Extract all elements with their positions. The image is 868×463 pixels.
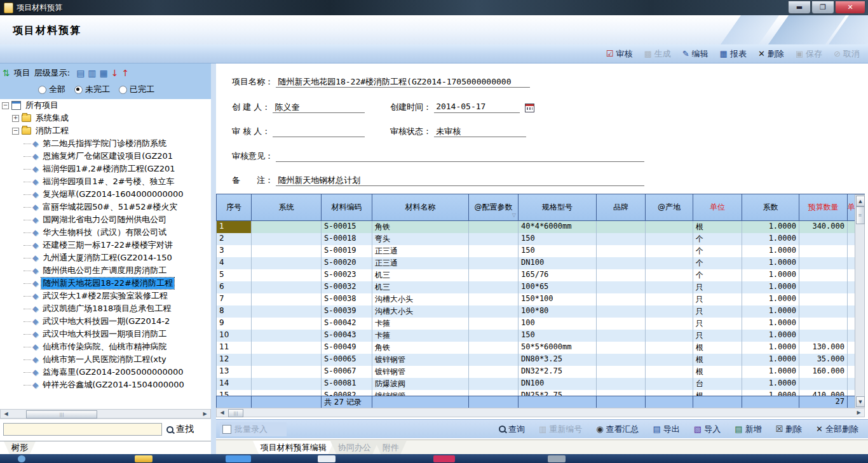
project-item-label[interactable]: 国网湖北省电力公司随州供电公司 (41, 214, 168, 225)
project-item-label[interactable]: 富丽华城花园50#、51#52#楼火灾 (41, 201, 179, 213)
table-row[interactable]: 5S-00023机三165/76个1.0000 (217, 269, 855, 281)
tree-row[interactable]: ◆第二炮兵指挥学院门诊楼消防系统 (0, 137, 211, 150)
table-cell[interactable] (848, 233, 855, 245)
table-cell[interactable]: S-00019 (322, 245, 372, 257)
table-cell[interactable] (252, 354, 322, 366)
table-row[interactable]: 2S-00018弯头150个1.0000 (217, 233, 855, 245)
table-cell[interactable]: 9 (217, 318, 252, 330)
table-cell[interactable]: 7 (217, 293, 252, 305)
table-cell[interactable] (597, 378, 646, 390)
table-row[interactable]: 11S-00049角铁50*5*6000mm根1.0000130.000 (217, 342, 855, 354)
column-header[interactable]: 序号 (217, 194, 252, 221)
table-cell[interactable] (469, 342, 519, 354)
table-cell[interactable]: 35.000 (799, 354, 848, 366)
table-cell[interactable] (469, 390, 519, 396)
table-cell[interactable] (252, 378, 322, 390)
table-cell[interactable]: S-00015 (322, 221, 372, 233)
tree-row[interactable]: ◆恩施复烤厂仓储区建设项目(GZ201 (0, 150, 211, 163)
table-cell[interactable] (799, 305, 848, 318)
table-cell[interactable]: 沟槽大小头 (372, 293, 469, 305)
table-cell[interactable] (469, 293, 519, 305)
scroll-up-icon[interactable]: ▲ (856, 196, 865, 206)
project-item-label[interactable]: 武汉中地大科技园一期项目消防工 (41, 328, 168, 340)
table-cell[interactable]: 根 (693, 366, 742, 378)
project-item-label[interactable]: 武汉中地大科技园一期(GZ2014-2 (41, 316, 171, 327)
project-item-label[interactable]: 武汉华大1#楼2层实验室装修工程 (41, 290, 168, 302)
table-row[interactable]: 7S-00038沟槽大小头150*100只1.0000 (217, 293, 855, 305)
column-header[interactable]: 预算数量 (799, 194, 848, 221)
report-button[interactable]: ▦报表 (714, 47, 752, 61)
table-cell[interactable] (252, 305, 322, 318)
table-row[interactable]: 15S-00082镀锌钢管DN25*2.75根1.0000410.000 (217, 390, 855, 396)
table-cell[interactable] (597, 366, 646, 378)
calendar-icon[interactable] (525, 104, 534, 112)
table-cell[interactable] (646, 390, 693, 396)
detail-view-icon[interactable]: ▦ (100, 69, 108, 77)
scroll-right-icon[interactable]: ▶ (201, 410, 209, 417)
view-summary-button[interactable]: ◉查看汇总 (590, 422, 644, 436)
table-cell[interactable]: 1 (217, 221, 252, 233)
table-cell[interactable]: 14 (217, 378, 252, 390)
table-cell[interactable] (799, 281, 848, 293)
tree-row[interactable]: +系统集成 (0, 112, 211, 124)
project-item-label[interactable]: 钟祥光谷鑫城(GZ2014-1504000000 (41, 379, 186, 391)
project-item-label[interactable]: 第二炮兵指挥学院门诊楼消防系统 (41, 138, 168, 149)
tree-row[interactable]: ◆国网湖北省电力公司随州供电公司 (0, 213, 211, 226)
table-cell[interactable] (469, 269, 519, 281)
collapse-icon[interactable]: − (2, 102, 9, 109)
tree-horizontal-scrollbar[interactable]: ◀ ||| ▶ (0, 409, 211, 419)
tab-attachments[interactable]: 附件 (375, 441, 407, 455)
table-cell[interactable]: 沟槽大小头 (372, 305, 469, 318)
table-cell[interactable] (799, 378, 848, 390)
table-cell[interactable] (469, 318, 519, 330)
table-row[interactable]: 1S-00015角铁40*4*6000mm根1.0000340.000 (217, 221, 855, 233)
table-cell[interactable] (646, 366, 693, 378)
table-cell[interactable] (469, 245, 519, 257)
table-cell[interactable]: 40*4*6000mm (519, 221, 597, 233)
table-cell[interactable]: 13 (217, 366, 252, 378)
table-cell[interactable] (646, 281, 693, 293)
table-cell[interactable]: 100 (519, 318, 597, 330)
table-cell[interactable]: 150 (519, 245, 597, 257)
tree-row[interactable]: ◆随州新天地花园18-22#楼消防工程 (0, 277, 211, 290)
table-row[interactable]: 12S-00065镀锌钢管DN80*3.25根1.000035.000 (217, 354, 855, 366)
table-cell[interactable]: S-00039 (322, 305, 372, 318)
table-cell[interactable]: S-00042 (322, 318, 372, 330)
table-cell[interactable] (597, 221, 646, 233)
table-cell[interactable]: S-00049 (322, 342, 372, 354)
tree-row[interactable]: ◆福润华园项目1#、2#号楼、独立车 (0, 175, 211, 188)
table-cell[interactable] (252, 330, 322, 342)
project-item-label[interactable]: 随州供电公司生产调度用房消防工 (41, 265, 168, 276)
scrollbar-thumb[interactable]: ||| (26, 410, 97, 419)
table-cell[interactable]: 1.0000 (742, 390, 799, 396)
column-header[interactable]: 系数 (742, 194, 799, 221)
table-cell[interactable] (799, 257, 848, 269)
grid-view-icon[interactable]: ▤ (76, 69, 85, 77)
checkbox-icon[interactable] (222, 425, 231, 434)
table-cell[interactable]: S-00018 (322, 233, 372, 245)
table-cell[interactable]: S-00038 (322, 293, 372, 305)
audit-opinion-field[interactable] (276, 151, 644, 162)
table-cell[interactable]: 1.0000 (742, 281, 799, 293)
project-item-label[interactable]: 武汉凯德广场1818项目总承包工程 (41, 303, 172, 314)
table-cell[interactable] (469, 221, 519, 233)
scroll-left-icon[interactable]: ◀ (2, 410, 10, 417)
tree-folder-label[interactable]: 系统集成 (34, 112, 70, 124)
find-button[interactable]: 查询 (493, 422, 531, 436)
taskbar-app-icon[interactable] (226, 455, 251, 462)
scroll-down-icon[interactable]: ▼ (856, 396, 865, 407)
auditor-field[interactable] (273, 126, 365, 137)
project-item-label[interactable]: 华大生物科技（武汉）有限公司试 (41, 227, 168, 238)
table-cell[interactable]: 机三 (372, 269, 469, 281)
find-button[interactable]: 查找 (166, 424, 194, 435)
table-cell[interactable]: 160.000 (799, 366, 848, 378)
taskbar-folder-icon[interactable] (135, 455, 153, 462)
table-cell[interactable] (469, 233, 519, 245)
tree-row[interactable]: ◆武汉中地大科技园一期项目消防工 (0, 328, 211, 340)
column-header[interactable]: 品牌 (597, 194, 646, 221)
tree-root-label[interactable]: 所有项目 (24, 100, 60, 111)
delete-row-button[interactable]: ☒删除 (770, 422, 808, 436)
table-cell[interactable]: S-00020 (322, 257, 372, 269)
column-header[interactable]: 材料编码 (322, 194, 372, 221)
tree-row[interactable]: ◆武汉华大1#楼2层实验室装修工程 (0, 290, 211, 302)
